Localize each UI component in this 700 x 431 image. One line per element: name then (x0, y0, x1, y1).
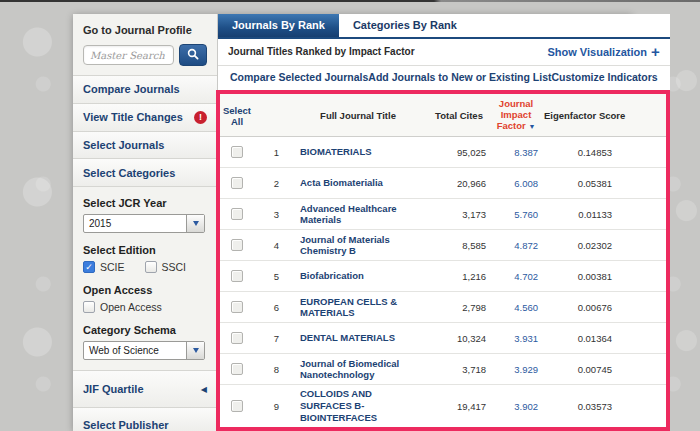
sidebar-item-select-publisher[interactable]: Select Publisher (73, 407, 217, 431)
eigenfactor-value: 0.00745 (542, 364, 626, 375)
table-row: 1 BIOMATERIALS 95,025 8.387 0.14853 (220, 137, 666, 167)
sidebar-item-select-categories[interactable]: Select Categories (73, 158, 217, 186)
impact-factor-value[interactable]: 8.387 (490, 147, 542, 158)
table-row: 4 Journal of Materials Chemistry B 8,585… (220, 229, 666, 260)
eigenfactor-value: 0.00381 (542, 271, 626, 282)
jcr-year-label: Select JCR Year (83, 197, 207, 209)
journal-title-link[interactable]: COLLOIDS AND SURFACES B-BIOINTERFACES (288, 388, 428, 424)
sort-descending-icon: ▼ (528, 123, 535, 130)
table-row: 9 COLLOIDS AND SURFACES B-BIOINTERFACES … (220, 384, 666, 427)
journal-title-link[interactable]: Journal of Materials Chemistry B (288, 234, 428, 258)
journal-rank: 9 (254, 401, 288, 412)
eigenfactor-value: 0.03573 (542, 401, 626, 412)
journal-rank: 5 (254, 271, 288, 282)
sidebar-item-label: JIF Quartile (83, 383, 144, 395)
category-schema-select[interactable]: Web of Science (83, 341, 205, 360)
eigenfactor-value: 0.01364 (542, 333, 626, 344)
total-cites-value: 10,324 (428, 333, 490, 344)
impact-factor-value[interactable]: 3.902 (490, 401, 542, 412)
sidebar-item-compare-journals[interactable]: Compare Journals (73, 75, 217, 103)
tab-bar: Journals By Rank Categories By Rank (218, 14, 670, 39)
select-all-header[interactable]: Select All (220, 103, 254, 127)
journal-title-link[interactable]: Biofabrication (288, 270, 428, 282)
sidebar-item-select-journals[interactable]: Select Journals (73, 131, 217, 159)
journal-title-link[interactable]: BIOMATERIALS (288, 146, 428, 158)
row-checkbox[interactable] (231, 239, 243, 251)
total-cites-value: 20,966 (428, 178, 490, 189)
total-cites-value: 95,025 (428, 147, 490, 158)
total-cites-value: 8,585 (428, 240, 490, 251)
open-access-label: Open Access (83, 284, 207, 296)
impact-factor-value[interactable]: 4.560 (490, 302, 542, 313)
chevron-down-icon (186, 342, 204, 359)
edition-label: Select Edition (83, 244, 207, 256)
sidebar-item-view-title-changes[interactable]: View Title Changes ! (73, 103, 217, 131)
sidebar-item-label: Select Publisher (83, 419, 169, 431)
total-cites-header[interactable]: Total Cites (428, 110, 490, 121)
show-visualization-link[interactable]: Show Visualization + (547, 46, 659, 58)
row-checkbox[interactable] (231, 301, 243, 313)
impact-factor-value[interactable]: 3.931 (490, 333, 542, 344)
impact-factor-value[interactable]: 5.760 (490, 209, 542, 220)
eigenfactor-value: 0.02302 (542, 240, 626, 251)
tab-journals-by-rank[interactable]: Journals By Rank (218, 14, 339, 37)
total-cites-value: 2,798 (428, 302, 490, 313)
main-panel: Journals By Rank Categories By Rank Jour… (218, 14, 670, 431)
impact-factor-value[interactable]: 3.929 (490, 364, 542, 375)
journal-profile-section: Go to Journal Profile (73, 14, 217, 75)
row-checkbox[interactable] (231, 146, 243, 158)
master-search-input[interactable] (83, 45, 174, 65)
row-checkbox[interactable] (231, 208, 243, 220)
alert-badge-icon: ! (194, 111, 207, 124)
ssci-checkbox[interactable]: ✓ (145, 261, 157, 273)
open-access-option-label: Open Access (100, 301, 162, 313)
total-cites-value: 19,417 (428, 401, 490, 412)
edition-option-scie: ✓ SCIE (83, 261, 125, 273)
eigenfactor-value: 0.00676 (542, 302, 626, 313)
journal-title-link[interactable]: Advanced Healthcare Materials (288, 203, 428, 227)
row-checkbox[interactable] (231, 363, 243, 375)
impact-factor-value[interactable]: 4.872 (490, 240, 542, 251)
open-access-option: ✓ Open Access (83, 301, 207, 313)
journal-title-link[interactable]: Acta Biomaterialia (288, 177, 428, 189)
row-checkbox[interactable] (231, 270, 243, 282)
category-schema-label: Category Schema (83, 324, 207, 336)
journal-title-link[interactable]: Journal of Biomedical Nanotechnology (288, 358, 428, 382)
compare-selected-journals-link[interactable]: Compare Selected Journals (230, 71, 368, 83)
plus-icon: + (651, 46, 660, 57)
page-background: { "icons": { "plus": "+", "sort_down": "… (0, 0, 700, 431)
impact-factor-value[interactable]: 6.008 (490, 178, 542, 189)
sidebar-item-jif-quartile[interactable]: JIF Quartile ◀ (73, 370, 217, 407)
journal-rank: 2 (254, 178, 288, 189)
table-row: 3 Advanced Healthcare Materials 3,173 5.… (220, 198, 666, 229)
journal-rank: 7 (254, 333, 288, 344)
filters-panel: Select JCR Year 2015 Select Edition ✓ SC… (73, 186, 217, 370)
jcr-year-select[interactable]: 2015 (83, 214, 205, 233)
journal-profile-heading: Go to Journal Profile (83, 24, 207, 36)
ssci-label: SSCI (162, 261, 187, 273)
customize-indicators-link[interactable]: Customize Indicators (552, 71, 658, 83)
scie-checkbox[interactable]: ✓ (83, 261, 95, 273)
impact-factor-value[interactable]: 4.702 (490, 271, 542, 282)
browser-top-edge (0, 0, 700, 2)
tab-categories-by-rank[interactable]: Categories By Rank (339, 14, 471, 37)
subheader: Journal Titles Ranked by Impact Factor S… (218, 39, 670, 66)
journal-impact-factor-header[interactable]: Journal Impact Factor ▼ (490, 99, 542, 132)
open-access-checkbox[interactable]: ✓ (83, 301, 95, 313)
journal-rank: 1 (254, 147, 288, 158)
sidebar-item-label: Compare Journals (83, 83, 180, 95)
row-checkbox[interactable] (231, 400, 243, 412)
edition-option-ssci: ✓ SSCI (145, 261, 187, 273)
add-journals-to-list-link[interactable]: Add Journals to New or Existing List (368, 71, 551, 83)
row-checkbox[interactable] (231, 177, 243, 189)
journal-title-link[interactable]: EUROPEAN CELLS & MATERIALS (288, 296, 428, 320)
journal-rank: 4 (254, 240, 288, 251)
full-journal-title-header[interactable]: Full Journal Title (288, 110, 428, 121)
table-header-row: Select All Full Journal Title Total Cite… (220, 94, 666, 137)
row-checkbox[interactable] (231, 332, 243, 344)
eigenfactor-value: 0.05381 (542, 178, 626, 189)
total-cites-value: 3,718 (428, 364, 490, 375)
search-button[interactable] (179, 44, 207, 66)
eigenfactor-score-header[interactable]: Eigenfactor Score (542, 110, 626, 121)
journal-title-link[interactable]: DENTAL MATERIALS (288, 332, 428, 344)
